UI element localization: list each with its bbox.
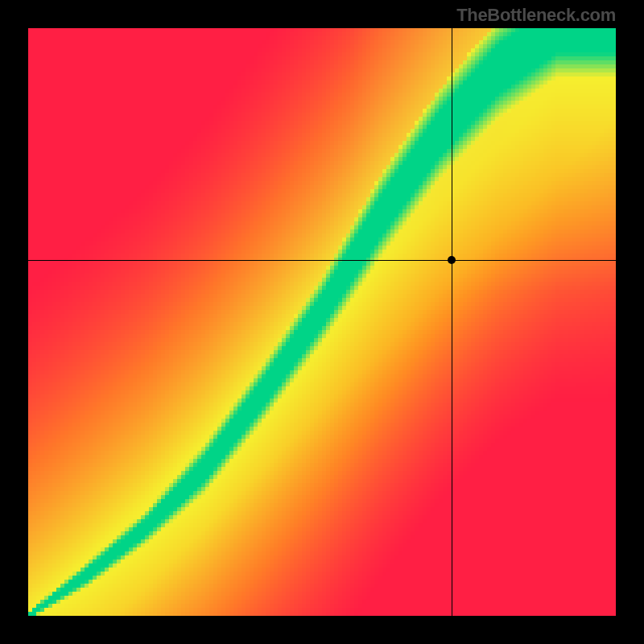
watermark-text: TheBottleneck.com xyxy=(456,5,616,26)
crosshair-vertical xyxy=(452,28,452,616)
plot-area xyxy=(28,28,616,616)
data-point-marker xyxy=(448,256,456,264)
chart-frame: TheBottleneck.com xyxy=(0,0,644,644)
heatmap-canvas xyxy=(28,28,616,616)
crosshair-horizontal xyxy=(28,260,616,261)
